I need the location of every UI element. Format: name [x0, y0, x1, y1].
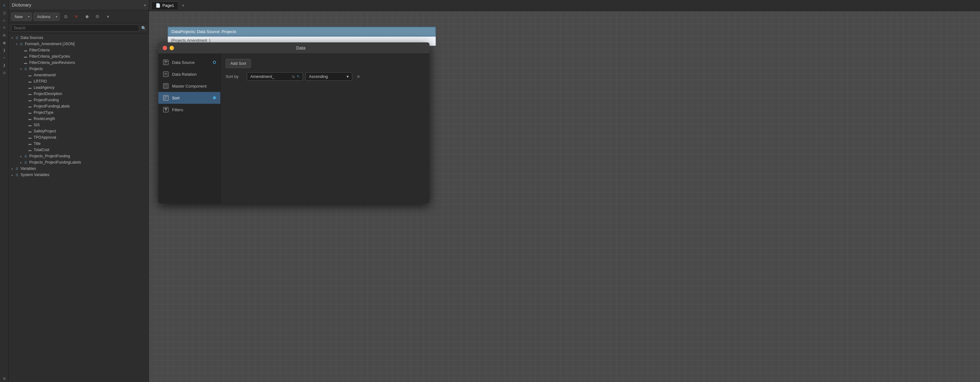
- tree-item-f5[interactable]: ▬ ProjectFunding: [9, 97, 149, 103]
- sidebar-icon-bottom[interactable]: ⚙: [1, 375, 8, 382]
- tree-item-fc2[interactable]: ▬ FilterCriteria_planCycles: [9, 53, 149, 60]
- sort-order-arrow: ▾: [347, 74, 349, 79]
- tree-label: RouteLength: [33, 117, 55, 121]
- panel-collapse-icon[interactable]: ◂: [144, 3, 146, 7]
- tree-label: LeadAgency: [33, 86, 54, 90]
- tree-item-pp2[interactable]: ▸ ☰ Projects_ProjectFundingLabels: [9, 159, 149, 165]
- dialog-sort-content: Add Sort Sort by Amendment_ fx ✎ Ascendi…: [221, 54, 430, 203]
- tree-item-f9[interactable]: ▬ SIS: [9, 122, 149, 128]
- field-icon: ▬: [27, 141, 32, 146]
- sort-field-input[interactable]: Amendment_ fx ✎: [247, 72, 303, 81]
- tree-item-f10[interactable]: ▬ SafetyProject: [9, 128, 149, 134]
- field-icon: ▬: [27, 91, 32, 96]
- sidebar-icon-10[interactable]: ◎: [1, 69, 8, 76]
- sort-row-close-button[interactable]: ✕: [355, 73, 362, 80]
- new-btn-group: New ▾: [11, 13, 32, 21]
- tree-item-f2[interactable]: ▬ LRTPID: [9, 78, 149, 84]
- nav-label: Master Component: [172, 84, 207, 89]
- search-icon[interactable]: 🔍: [141, 26, 146, 30]
- settings-arrow-icon[interactable]: ▾: [104, 12, 113, 21]
- toolbar: New ▾ Actions ▾ ⧉ ✕ ⏺ ⚙ ▾: [9, 10, 149, 23]
- add-sort-button[interactable]: Add Sort: [226, 59, 251, 68]
- icon-sidebar: ≡ ◫ ▷ ✎ ⊞ ◉ ❯ ≈ ❯ ◎ ⚙: [0, 0, 9, 382]
- search-input[interactable]: [11, 25, 139, 32]
- tree-item-formata[interactable]: ▾ ☰ FormatA_Amendment [JSON]: [9, 41, 149, 47]
- actions-dropdown-arrow[interactable]: ▾: [54, 14, 59, 20]
- dialog-nav-master-component[interactable]: Master Component: [158, 80, 220, 92]
- tree-item-f6[interactable]: ▬ ProjectFundingLabels: [9, 103, 149, 109]
- dialog-nav-data-relation[interactable]: Data Relation: [158, 68, 220, 80]
- nav-label: Sort: [172, 96, 180, 100]
- edit-icon[interactable]: ✎: [297, 74, 299, 79]
- dialog-title: Data: [177, 46, 425, 51]
- sidebar-icon-9[interactable]: ❯: [1, 62, 8, 68]
- tree-item-data-sources[interactable]: ▾ ☰ Data Sources: [9, 35, 149, 41]
- tree-item-fc3[interactable]: ▬ FilterCriteria_planRevisions: [9, 60, 149, 66]
- tree-item-f8[interactable]: ▬ RouteLength: [9, 116, 149, 122]
- data-relation-nav-icon: [163, 71, 169, 77]
- sidebar-icon-4[interactable]: ✎: [1, 24, 8, 31]
- field-icon: ▬: [27, 147, 32, 152]
- fx-icon: fx: [292, 75, 295, 79]
- tree-label: TPOApproval: [33, 135, 56, 139]
- field-icon: ▬: [23, 48, 28, 53]
- dialog-nav-sort[interactable]: Sort: [158, 92, 220, 104]
- expand-icon: ▸: [19, 161, 23, 164]
- expand-icon: ▾: [19, 67, 23, 71]
- svg-rect-11: [166, 86, 168, 88]
- duplicate-icon[interactable]: ⧉: [61, 12, 70, 21]
- dialog-nav-data-source[interactable]: Data Source: [158, 56, 220, 68]
- actions-button[interactable]: Actions: [34, 13, 54, 20]
- tree-label: Amendment#: [33, 73, 56, 77]
- tree-label: System Variables: [21, 173, 49, 177]
- field-icon: ▬: [27, 73, 32, 78]
- settings-icon[interactable]: ⚙: [93, 12, 102, 21]
- expand-icon: ▸: [10, 173, 14, 177]
- record-icon[interactable]: ⏺: [83, 12, 91, 21]
- tab-add-button[interactable]: +: [180, 2, 187, 10]
- tree-item-fc1[interactable]: ▬ FilterCriteria: [9, 47, 149, 53]
- sidebar-icon-3[interactable]: ▷: [1, 17, 8, 24]
- tree-item-pp1[interactable]: ▸ ☰ Projects_ProjectFunding: [9, 153, 149, 159]
- tab-page1[interactable]: 📄 Page1: [151, 2, 178, 10]
- sidebar-icon-dictionary[interactable]: ≡: [1, 2, 8, 9]
- tree-label: Variables: [21, 166, 36, 171]
- tree-item-system-variables[interactable]: ▸ ☰ System Variables: [9, 172, 149, 178]
- tree-item-f12[interactable]: ▬ Title: [9, 141, 149, 147]
- tree-label: LRTPID: [33, 79, 47, 84]
- tree-item-f11[interactable]: ▬ TPOApproval: [9, 134, 149, 141]
- expand-icon: ▸: [19, 155, 23, 158]
- tree-item-projects[interactable]: ▾ ☰ Projects: [9, 66, 149, 72]
- nav-label: Data Relation: [172, 72, 197, 77]
- new-button[interactable]: New: [11, 13, 26, 20]
- master-component-nav-icon: [163, 83, 169, 89]
- delete-icon[interactable]: ✕: [72, 12, 81, 21]
- canvas-area[interactable]: DataProjects; Data Source: Projects {Pro…: [149, 11, 980, 382]
- sidebar-icon-8[interactable]: ≈: [1, 54, 8, 61]
- tree-item-f4[interactable]: ▬ ProjectDesription: [9, 91, 149, 97]
- field-icon: ▬: [27, 85, 32, 90]
- tree: ▾ ☰ Data Sources ▾ ☰ FormatA_Amendment […: [9, 33, 149, 382]
- tree-item-f3[interactable]: ▬ LeadAgency: [9, 84, 149, 91]
- dialog-nav-filters[interactable]: Filters: [158, 104, 220, 116]
- sidebar-icon-7[interactable]: ❯: [1, 47, 8, 54]
- sidebar-icon-6[interactable]: ◉: [1, 39, 8, 46]
- panel-header: Dictionary ◂: [9, 0, 149, 10]
- tree-label: SafetyProject: [33, 129, 56, 133]
- sort-order-select[interactable]: Ascending ▾: [305, 72, 352, 81]
- folder-icon: ☰: [19, 41, 24, 46]
- canvas-row-header[interactable]: DataProjects; Data Source: Projects: [168, 27, 436, 36]
- nav-label: Data Source: [172, 60, 194, 65]
- tree-item-variables[interactable]: ▸ ☰ Variables: [9, 165, 149, 172]
- tree-item-f7[interactable]: ▬ ProjectType: [9, 109, 149, 116]
- tree-item-f13[interactable]: ▬ TotalCost: [9, 147, 149, 153]
- sidebar-icon-2[interactable]: ◫: [1, 10, 8, 16]
- tree-label: Projects_ProjectFunding: [29, 154, 70, 158]
- tree-item-f1[interactable]: ▬ Amendment#: [9, 72, 149, 78]
- new-dropdown-arrow[interactable]: ▾: [26, 14, 32, 20]
- dialog-minimize-button[interactable]: [170, 46, 174, 50]
- dialog-titlebar: Data: [158, 42, 430, 54]
- filters-nav-icon: [163, 106, 169, 113]
- dialog-close-button[interactable]: [163, 46, 167, 50]
- sidebar-icon-5[interactable]: ⊞: [1, 32, 8, 39]
